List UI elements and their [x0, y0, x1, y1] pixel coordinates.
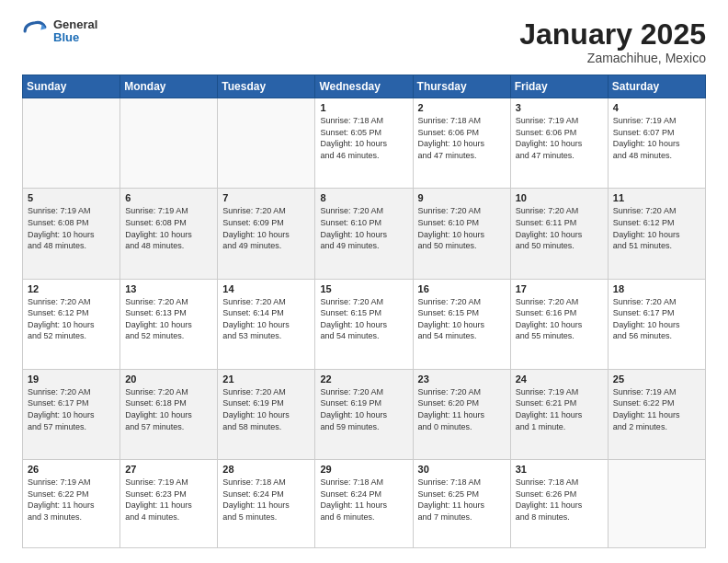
calendar-cell: 7Sunrise: 7:20 AMSunset: 6:09 PMDaylight…	[218, 189, 315, 279]
day-number: 15	[320, 283, 407, 294]
calendar-cell: 17Sunrise: 7:20 AMSunset: 6:16 PMDayligh…	[510, 279, 608, 369]
day-info: Sunrise: 7:18 AMSunset: 6:06 PMDaylight:…	[418, 115, 506, 161]
calendar-cell	[120, 98, 218, 189]
day-number: 2	[418, 102, 506, 113]
day-number: 3	[516, 102, 603, 113]
day-number: 25	[613, 373, 700, 385]
day-info: Sunrise: 7:20 AMSunset: 6:16 PMDaylight:…	[516, 296, 603, 342]
calendar-cell	[608, 460, 705, 548]
calendar-cell: 21Sunrise: 7:20 AMSunset: 6:19 PMDayligh…	[218, 369, 315, 459]
day-number: 5	[28, 192, 115, 203]
calendar-cell: 6Sunrise: 7:19 AMSunset: 6:08 PMDaylight…	[120, 189, 218, 279]
day-info: Sunrise: 7:20 AMSunset: 6:10 PMDaylight:…	[320, 205, 407, 251]
calendar-week-2: 5Sunrise: 7:19 AMSunset: 6:08 PMDaylight…	[23, 189, 706, 279]
day-number: 14	[222, 283, 310, 294]
day-info: Sunrise: 7:20 AMSunset: 6:18 PMDaylight:…	[125, 386, 212, 432]
logo-text: General Blue	[53, 18, 97, 45]
title-block: January 2025 Zamachihue, Mexico	[519, 18, 706, 65]
day-info: Sunrise: 7:19 AMSunset: 6:07 PMDaylight:…	[613, 115, 700, 161]
calendar-week-5: 26Sunrise: 7:19 AMSunset: 6:22 PMDayligh…	[23, 460, 706, 548]
calendar-cell: 30Sunrise: 7:18 AMSunset: 6:25 PMDayligh…	[413, 460, 510, 548]
calendar-dow-saturday: Saturday	[608, 75, 705, 98]
calendar-cell: 16Sunrise: 7:20 AMSunset: 6:15 PMDayligh…	[413, 279, 510, 369]
day-number: 12	[28, 283, 115, 294]
calendar-week-4: 19Sunrise: 7:20 AMSunset: 6:17 PMDayligh…	[23, 369, 706, 459]
day-info: Sunrise: 7:20 AMSunset: 6:12 PMDaylight:…	[613, 205, 700, 251]
day-info: Sunrise: 7:20 AMSunset: 6:15 PMDaylight:…	[320, 296, 407, 342]
calendar-dow-tuesday: Tuesday	[218, 75, 315, 98]
day-number: 6	[125, 192, 212, 203]
logo-general: General	[53, 18, 97, 31]
day-number: 29	[320, 464, 407, 475]
day-number: 24	[516, 373, 603, 385]
day-number: 4	[613, 102, 700, 113]
day-number: 18	[613, 283, 700, 294]
day-info: Sunrise: 7:20 AMSunset: 6:19 PMDaylight:…	[320, 386, 407, 432]
day-info: Sunrise: 7:20 AMSunset: 6:10 PMDaylight:…	[418, 205, 506, 251]
day-info: Sunrise: 7:20 AMSunset: 6:17 PMDaylight:…	[28, 386, 115, 432]
calendar-cell: 13Sunrise: 7:20 AMSunset: 6:13 PMDayligh…	[120, 279, 218, 369]
day-info: Sunrise: 7:18 AMSunset: 6:26 PMDaylight:…	[516, 477, 603, 523]
calendar-cell: 25Sunrise: 7:19 AMSunset: 6:22 PMDayligh…	[608, 369, 705, 459]
day-number: 23	[418, 373, 506, 385]
calendar-cell: 1Sunrise: 7:18 AMSunset: 6:05 PMDaylight…	[315, 98, 413, 189]
day-info: Sunrise: 7:20 AMSunset: 6:13 PMDaylight:…	[125, 296, 212, 342]
day-info: Sunrise: 7:20 AMSunset: 6:20 PMDaylight:…	[418, 386, 506, 432]
day-number: 11	[613, 192, 700, 203]
calendar-cell: 14Sunrise: 7:20 AMSunset: 6:14 PMDayligh…	[218, 279, 315, 369]
calendar-cell: 2Sunrise: 7:18 AMSunset: 6:06 PMDaylight…	[413, 98, 510, 189]
calendar-cell: 23Sunrise: 7:20 AMSunset: 6:20 PMDayligh…	[413, 369, 510, 459]
calendar-table: SundayMondayTuesdayWednesdayThursdayFrid…	[22, 75, 706, 548]
calendar-cell: 27Sunrise: 7:19 AMSunset: 6:23 PMDayligh…	[120, 460, 218, 548]
calendar-cell: 28Sunrise: 7:18 AMSunset: 6:24 PMDayligh…	[218, 460, 315, 548]
day-number: 22	[320, 373, 407, 385]
calendar-cell: 3Sunrise: 7:19 AMSunset: 6:06 PMDaylight…	[510, 98, 608, 189]
calendar-dow-friday: Friday	[510, 75, 608, 98]
calendar-week-1: 1Sunrise: 7:18 AMSunset: 6:05 PMDaylight…	[23, 98, 706, 189]
location: Zamachihue, Mexico	[519, 51, 706, 65]
day-info: Sunrise: 7:18 AMSunset: 6:05 PMDaylight:…	[320, 115, 407, 161]
day-number: 10	[516, 192, 603, 203]
day-info: Sunrise: 7:20 AMSunset: 6:17 PMDaylight:…	[613, 296, 700, 342]
calendar-cell: 31Sunrise: 7:18 AMSunset: 6:26 PMDayligh…	[510, 460, 608, 548]
day-info: Sunrise: 7:20 AMSunset: 6:12 PMDaylight:…	[28, 296, 115, 342]
calendar-cell: 22Sunrise: 7:20 AMSunset: 6:19 PMDayligh…	[315, 369, 413, 459]
day-info: Sunrise: 7:20 AMSunset: 6:14 PMDaylight:…	[222, 296, 310, 342]
day-info: Sunrise: 7:20 AMSunset: 6:15 PMDaylight:…	[418, 296, 506, 342]
calendar-cell: 24Sunrise: 7:19 AMSunset: 6:21 PMDayligh…	[510, 369, 608, 459]
calendar-week-3: 12Sunrise: 7:20 AMSunset: 6:12 PMDayligh…	[23, 279, 706, 369]
day-info: Sunrise: 7:20 AMSunset: 6:09 PMDaylight:…	[222, 205, 310, 251]
day-number: 1	[320, 102, 407, 113]
day-number: 27	[125, 464, 212, 475]
calendar-cell: 19Sunrise: 7:20 AMSunset: 6:17 PMDayligh…	[23, 369, 120, 459]
day-number: 13	[125, 283, 212, 294]
day-info: Sunrise: 7:19 AMSunset: 6:22 PMDaylight:…	[613, 386, 700, 432]
day-info: Sunrise: 7:18 AMSunset: 6:24 PMDaylight:…	[320, 477, 407, 523]
day-info: Sunrise: 7:19 AMSunset: 6:08 PMDaylight:…	[28, 205, 115, 251]
calendar-cell: 11Sunrise: 7:20 AMSunset: 6:12 PMDayligh…	[608, 189, 705, 279]
day-number: 26	[28, 464, 115, 475]
day-number: 8	[320, 192, 407, 203]
calendar-header-row: SundayMondayTuesdayWednesdayThursdayFrid…	[23, 75, 706, 98]
day-number: 16	[418, 283, 506, 294]
day-number: 9	[418, 192, 506, 203]
page: General Blue January 2025 Zamachihue, Me…	[0, 0, 728, 563]
day-number: 31	[516, 464, 603, 475]
day-info: Sunrise: 7:20 AMSunset: 6:11 PMDaylight:…	[516, 205, 603, 251]
day-number: 17	[516, 283, 603, 294]
calendar-dow-monday: Monday	[120, 75, 218, 98]
day-info: Sunrise: 7:18 AMSunset: 6:24 PMDaylight:…	[222, 477, 310, 523]
logo-icon	[22, 18, 48, 44]
calendar-cell: 26Sunrise: 7:19 AMSunset: 6:22 PMDayligh…	[23, 460, 120, 548]
day-number: 28	[222, 464, 310, 475]
day-info: Sunrise: 7:19 AMSunset: 6:21 PMDaylight:…	[516, 386, 603, 432]
calendar-dow-sunday: Sunday	[23, 75, 120, 98]
day-info: Sunrise: 7:19 AMSunset: 6:23 PMDaylight:…	[125, 477, 212, 523]
day-number: 20	[125, 373, 212, 385]
calendar-cell: 9Sunrise: 7:20 AMSunset: 6:10 PMDaylight…	[413, 189, 510, 279]
logo-blue: Blue	[53, 31, 97, 44]
header: General Blue January 2025 Zamachihue, Me…	[22, 18, 706, 65]
day-info: Sunrise: 7:19 AMSunset: 6:06 PMDaylight:…	[516, 115, 603, 161]
calendar-cell: 15Sunrise: 7:20 AMSunset: 6:15 PMDayligh…	[315, 279, 413, 369]
day-info: Sunrise: 7:19 AMSunset: 6:22 PMDaylight:…	[28, 477, 115, 523]
